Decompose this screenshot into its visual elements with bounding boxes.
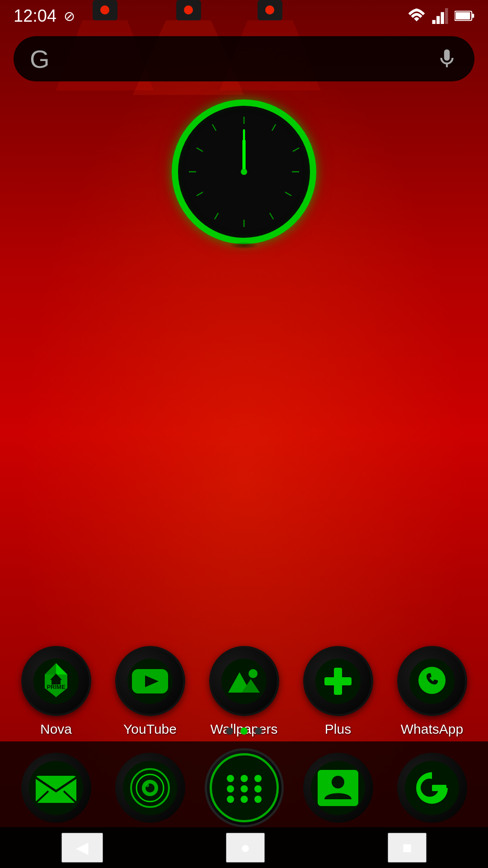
clock-svg <box>181 108 307 235</box>
nova-icon: PRIME <box>21 646 91 716</box>
whatsapp-label: WhatsApp <box>401 722 463 737</box>
status-time: 12:04 <box>14 6 56 26</box>
svg-rect-75 <box>432 785 446 791</box>
search-input[interactable] <box>59 36 436 81</box>
back-button[interactable]: ◀ <box>61 833 103 863</box>
svg-line-27 <box>212 124 216 131</box>
svg-rect-12 <box>445 8 448 24</box>
svg-rect-14 <box>472 14 474 18</box>
svg-line-20 <box>285 192 291 196</box>
dock-camera[interactable] <box>109 753 191 823</box>
clock-widget[interactable] <box>172 99 316 244</box>
svg-point-67 <box>254 785 262 793</box>
page-dot-1[interactable] <box>226 727 233 735</box>
svg-line-21 <box>270 213 273 219</box>
page-dot-2[interactable] <box>240 727 248 735</box>
nav-bar: ◀ ● ■ <box>0 827 488 868</box>
svg-text:PRIME: PRIME <box>47 684 66 690</box>
svg-point-30 <box>241 169 247 175</box>
svg-point-62 <box>227 775 234 782</box>
app-whatsapp[interactable]: WhatsApp <box>391 646 473 737</box>
svg-point-70 <box>254 796 262 803</box>
recent-button[interactable]: ■ <box>388 833 427 863</box>
google-g-logo: G <box>30 44 50 74</box>
wifi-icon <box>408 8 426 24</box>
dock-gmail[interactable] <box>15 753 97 823</box>
dock-row <box>0 748 488 827</box>
contacts-icon <box>303 753 373 823</box>
signal-icon <box>432 8 448 24</box>
whatsapp-icon <box>397 646 467 716</box>
svg-point-60 <box>145 783 149 787</box>
youtube-label: YouTube <box>123 722 177 737</box>
svg-rect-11 <box>441 12 444 24</box>
svg-line-18 <box>293 148 299 151</box>
svg-line-23 <box>215 213 218 219</box>
svg-point-69 <box>240 796 248 803</box>
svg-rect-15 <box>455 12 470 19</box>
svg-point-66 <box>240 785 248 793</box>
wallpapers-icon <box>209 646 279 716</box>
svg-point-64 <box>254 775 262 782</box>
app-nova[interactable]: PRIME Nova <box>15 646 97 737</box>
plus-icon <box>303 646 373 716</box>
app-grid: PRIME Nova YouTube <box>0 646 488 737</box>
svg-rect-52 <box>36 776 76 803</box>
battery-icon <box>455 9 474 23</box>
dnd-icon: ⊘ <box>64 8 75 24</box>
svg-line-17 <box>272 124 276 131</box>
gmail-icon <box>21 753 91 823</box>
svg-point-65 <box>227 785 234 793</box>
microphone-icon[interactable] <box>436 45 458 72</box>
page-dots <box>226 727 262 735</box>
page-dot-3[interactable] <box>255 727 262 735</box>
svg-rect-47 <box>324 677 352 685</box>
home-button[interactable]: ● <box>226 833 265 863</box>
svg-point-68 <box>227 796 234 803</box>
status-bar: 12:04 ⊘ <box>0 0 488 32</box>
svg-rect-9 <box>432 20 436 24</box>
clock-face <box>172 99 316 244</box>
app-plus[interactable]: Plus <box>297 646 379 737</box>
svg-point-63 <box>240 775 248 782</box>
svg-line-26 <box>197 148 203 151</box>
camera-icon <box>115 753 185 823</box>
svg-point-44 <box>249 669 258 678</box>
nova-label: Nova <box>40 722 72 737</box>
dock-google[interactable] <box>391 753 473 823</box>
app-drawer-icon <box>205 748 284 827</box>
svg-line-24 <box>197 192 203 196</box>
youtube-icon <box>115 646 185 716</box>
plus-label: Plus <box>325 722 351 737</box>
svg-point-49 <box>418 667 446 694</box>
search-bar[interactable]: G <box>14 36 474 81</box>
app-youtube[interactable]: YouTube <box>109 646 191 737</box>
status-right <box>408 8 474 24</box>
google-icon <box>397 753 467 823</box>
svg-point-73 <box>332 776 344 788</box>
dock-contacts[interactable] <box>297 753 379 823</box>
app-wallpapers[interactable]: Wallpapers <box>203 646 285 737</box>
svg-rect-10 <box>436 16 440 24</box>
dock-app-drawer[interactable] <box>203 748 285 827</box>
status-left: 12:04 ⊘ <box>14 6 75 26</box>
